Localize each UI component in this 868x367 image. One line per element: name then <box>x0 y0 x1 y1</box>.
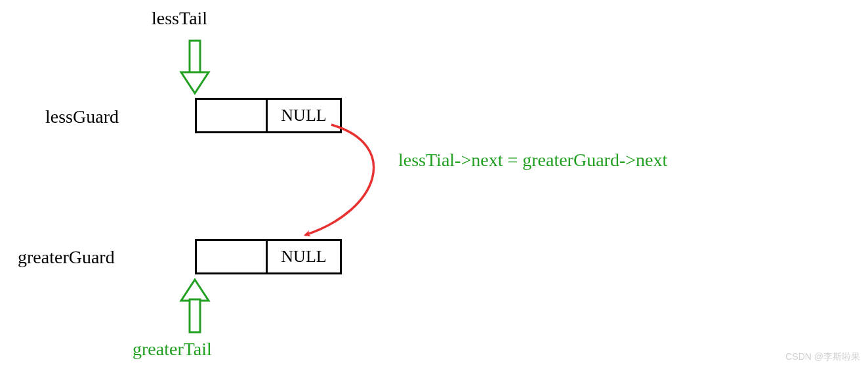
diagram-stage: lessTail lessGuard greaterGuard greaterT… <box>0 0 868 367</box>
node-less: NULL <box>195 98 342 133</box>
label-greaterTail: greaterTail <box>133 339 212 360</box>
svg-rect-0 <box>190 41 200 74</box>
svg-rect-1 <box>190 299 200 332</box>
label-greaterGuard: greaterGuard <box>18 247 115 268</box>
watermark: CSDN @李斯啦果 <box>785 351 860 363</box>
arrow-greaterTail-icon <box>181 280 209 332</box>
label-assignment: lessTial->next = greaterGuard->next <box>398 150 667 171</box>
label-lessTail: lessTail <box>152 8 207 29</box>
arrow-red-link-icon <box>305 125 374 235</box>
arrow-overlay <box>0 0 868 367</box>
label-lessGuard: lessGuard <box>45 106 119 127</box>
node-less-next: NULL <box>268 100 340 131</box>
node-greater: NULL <box>195 239 342 274</box>
node-greater-data <box>197 241 268 272</box>
node-greater-next: NULL <box>268 241 340 272</box>
node-less-data <box>197 100 268 131</box>
arrow-lessTail-icon <box>181 41 209 93</box>
